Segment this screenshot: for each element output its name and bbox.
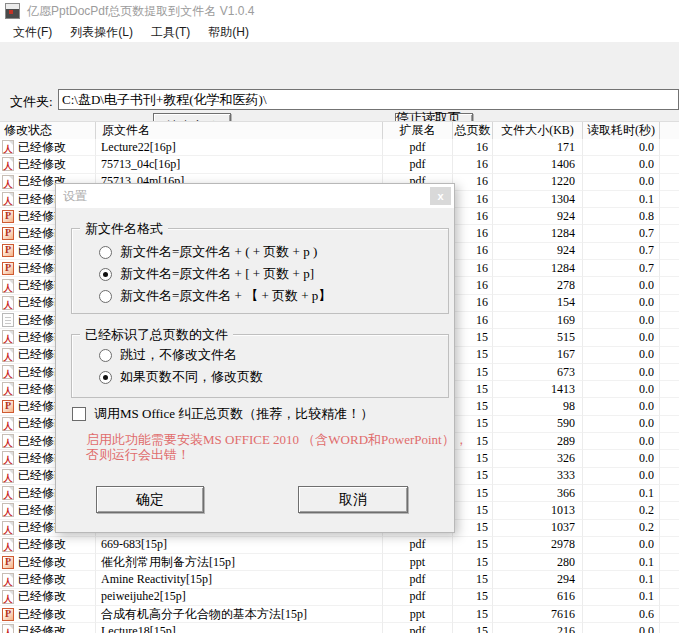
read-time-cell: 0.7 <box>583 260 660 277</box>
pdf-file-icon <box>2 417 14 431</box>
row-filler <box>660 312 679 329</box>
folder-path-input[interactable] <box>58 89 679 110</box>
radio-option[interactable]: 新文件名=原文件名 + ( + 页数 + p ) <box>99 241 448 263</box>
file-size-cell: 216 <box>493 623 583 633</box>
row-filler <box>660 606 679 623</box>
table-row[interactable]: 已经修改合成有机高分子化合物的基本方法[15p]ppt1576160.6 <box>0 606 679 623</box>
table-row[interactable]: 已经修改Lecture22[16p]pdf161710.0 <box>0 139 679 156</box>
cancel-button[interactable]: 取消 <box>298 486 408 513</box>
radio-option-label: 如果页数不同，修改页数 <box>120 368 263 386</box>
row-filler <box>660 450 679 467</box>
status-cell: 已经修改 <box>0 554 96 571</box>
toolbar: 文件夹: 包含子文件夹 搜索文件 仅读取未读取页数的条目 停止读取页数 适 文件… <box>0 42 679 121</box>
column-header[interactable]: 扩展名 <box>383 122 453 140</box>
table-row[interactable]: 已经修改Lecture18[15p]pdf152160.0 <box>0 623 679 633</box>
row-filler <box>660 502 679 519</box>
ppt-file-icon <box>2 244 14 257</box>
row-filler <box>660 243 679 260</box>
page-count-cell: 16 <box>453 225 493 242</box>
read-time-cell: 0.0 <box>583 312 660 329</box>
page-count-cell: 16 <box>453 156 493 173</box>
read-time-cell: 0.0 <box>583 433 660 450</box>
file-size-cell: 1013 <box>493 502 583 519</box>
row-filler <box>660 589 679 606</box>
app-icon <box>5 3 20 19</box>
ms-office-checkbox[interactable]: 调用MS Office 纠正总页数（推荐，比较精准！） <box>72 405 373 423</box>
page-count-cell: 16 <box>453 139 493 156</box>
dialog-warning-line1: 启用此功能需要安装MS OFFICE 2010 （含WORD和PowerPoin… <box>86 432 436 447</box>
file-size-cell: 1284 <box>493 225 583 242</box>
row-filler <box>660 537 679 554</box>
radio-option-label: 跳过，不修改文件名 <box>120 346 237 364</box>
column-header[interactable]: 读取耗时(秒) <box>583 122 660 140</box>
ok-button[interactable]: 确定 <box>96 486 204 513</box>
file-size-cell: 616 <box>493 589 583 606</box>
table-row[interactable]: 已经修改669-683[15p]pdf1529780.0 <box>0 537 679 554</box>
read-time-cell: 0.0 <box>583 329 660 346</box>
radio-selected-icon[interactable] <box>99 268 112 281</box>
filename-format-group-label: 新文件名格式 <box>80 220 168 238</box>
file-size-cell: 515 <box>493 329 583 346</box>
file-size-cell: 924 <box>493 208 583 225</box>
row-filler <box>660 347 679 364</box>
ppt-file-icon <box>2 210 14 223</box>
read-time-cell: 0.2 <box>583 520 660 537</box>
menu-file[interactable]: 文件(F) <box>4 22 61 43</box>
checkbox-icon[interactable] <box>72 407 86 421</box>
menu-help[interactable]: 帮助(H) <box>199 22 258 43</box>
filename-cell: 669-683[15p] <box>96 537 383 554</box>
file-size-cell: 2978 <box>493 537 583 554</box>
pdf-file-icon <box>2 365 14 379</box>
radio-option[interactable]: 如果页数不同，修改页数 <box>99 366 448 388</box>
page-count-cell: 16 <box>453 260 493 277</box>
filename-format-options: 新文件名=原文件名 + ( + 页数 + p )新文件名=原文件名 + [ + … <box>72 229 448 307</box>
extension-cell: pdf <box>383 537 453 554</box>
read-time-cell: 0.0 <box>583 364 660 381</box>
row-filler <box>660 364 679 381</box>
pdf-file-icon <box>2 538 14 552</box>
table-row[interactable]: 已经修改75713_04c[16p]pdf1614060.0 <box>0 156 679 173</box>
row-filler <box>660 381 679 398</box>
pdf-file-icon <box>2 434 14 448</box>
status-text: 已经修改 <box>18 537 66 554</box>
table-row[interactable]: 已经修改催化剂常用制备方法[15p]ppt152800.1 <box>0 554 679 571</box>
table-row[interactable]: 已经修改Amine Reactivity[15p]pdf152940.1 <box>0 571 679 588</box>
table-row[interactable]: 已经修改peiweijuhe2[15p]pdf156160.1 <box>0 589 679 606</box>
read-time-cell: 0.1 <box>583 571 660 588</box>
column-header[interactable]: 文件大小(KB) <box>493 122 583 140</box>
close-icon[interactable]: x <box>430 187 451 205</box>
page-count-cell: 15 <box>453 329 493 346</box>
radio-option[interactable]: 跳过，不修改文件名 <box>99 344 448 366</box>
radio-option[interactable]: 新文件名=原文件名 + 【 + 页数 + p】 <box>99 285 448 307</box>
radio-icon[interactable] <box>99 349 112 362</box>
window-title: 亿愿PptDocPdf总页数提取到文件名 V1.0.4 <box>27 3 254 20</box>
page-count-cell: 15 <box>453 450 493 467</box>
filename-cell: Amine Reactivity[15p] <box>96 571 383 588</box>
radio-option[interactable]: 新文件名=原文件名 + [ + 页数 + p] <box>99 263 448 285</box>
menu-list-ops[interactable]: 列表操作(L) <box>61 22 142 43</box>
radio-icon[interactable] <box>99 246 112 259</box>
page-count-cell: 15 <box>453 347 493 364</box>
pdf-file-icon <box>2 590 14 604</box>
pdf-file-icon <box>2 296 14 310</box>
row-filler <box>660 260 679 277</box>
status-text: 已经修改 <box>18 156 66 173</box>
column-header[interactable]: 原文件名 <box>96 122 383 140</box>
column-header[interactable]: 总页数 <box>453 122 493 140</box>
radio-selected-icon[interactable] <box>99 371 112 384</box>
ppt-file-icon <box>2 227 14 240</box>
read-time-cell: 0.0 <box>583 537 660 554</box>
read-time-cell: 0.7 <box>583 225 660 242</box>
read-time-cell: 0.0 <box>583 277 660 294</box>
radio-icon[interactable] <box>99 290 112 303</box>
status-text: 已经修改 <box>18 589 66 606</box>
page-count-cell: 15 <box>453 485 493 502</box>
page-count-cell: 15 <box>453 606 493 623</box>
title-bar: 亿愿PptDocPdf总页数提取到文件名 V1.0.4 <box>0 0 679 22</box>
file-size-cell: 169 <box>493 312 583 329</box>
read-time-cell: 0.6 <box>583 606 660 623</box>
column-header[interactable]: 修改状态 <box>0 122 96 140</box>
menu-tools[interactable]: 工具(T) <box>142 22 199 43</box>
file-size-cell: 1413 <box>493 381 583 398</box>
file-size-cell: 1220 <box>493 174 583 191</box>
